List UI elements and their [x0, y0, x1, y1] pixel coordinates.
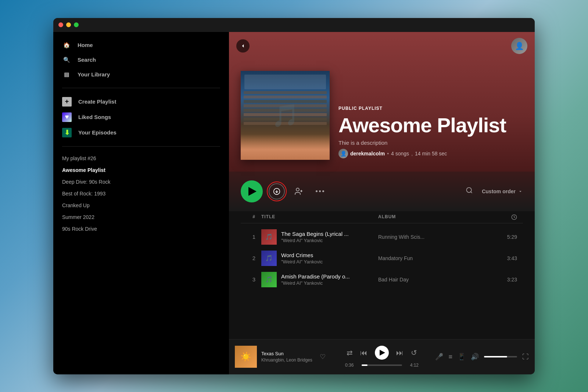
header-album: ALBUM — [378, 214, 495, 220]
track-duration: 3:43 — [495, 255, 517, 261]
tracks-table-header: # TITLE ALBUM — [241, 211, 523, 223]
header-num: # — [247, 214, 261, 220]
sidebar-item-create-playlist[interactable]: + Create Playlist — [53, 94, 229, 109]
liked-songs-label: Liked Songs — [78, 114, 111, 120]
track-album: Bad Hair Day — [378, 277, 495, 283]
playlist-item-1[interactable]: My playlist #26 — [53, 152, 229, 164]
maximize-button[interactable] — [74, 22, 79, 27]
current-time: 0:36 — [345, 363, 358, 368]
header-title: TITLE — [261, 214, 378, 220]
profile-avatar: 👤 — [511, 38, 527, 54]
play-pause-icon — [380, 350, 385, 356]
previous-button[interactable]: ⏮ — [360, 349, 368, 357]
main-scroll: 👤 — [229, 32, 535, 339]
track-thumbnail: 🎵 — [261, 272, 277, 287]
lyrics-button[interactable]: 🎤 — [435, 353, 443, 361]
track-text: The Saga Begins (Lyrical ... "Weird AI" … — [281, 231, 349, 243]
repeat-button[interactable]: ↺ — [411, 348, 417, 357]
your-episodes-label: Your Episodes — [78, 129, 116, 136]
sidebar-item-liked-songs[interactable]: ♥ Liked Songs — [53, 109, 229, 125]
sidebar-divider-2 — [62, 146, 220, 147]
track-number: 3 — [247, 276, 261, 283]
like-button[interactable]: ♡ — [320, 353, 326, 361]
playlist-item-4[interactable]: Best of Rock: 1993 — [53, 188, 229, 199]
playlist-controls: Custom order — [229, 172, 535, 211]
profile-button[interactable]: 👤 — [511, 38, 527, 54]
liked-songs-icon: ♥ — [62, 112, 72, 122]
table-row[interactable]: 3 🎵 Amish Paradise (Parody o... "Weird A… — [241, 269, 523, 290]
close-button[interactable] — [58, 22, 63, 27]
now-playing-text: Texas Sun Khruangbin, Leon Bridges — [261, 351, 312, 363]
header-duration — [495, 214, 517, 220]
create-playlist-label: Create Playlist — [78, 98, 116, 105]
back-button[interactable] — [236, 39, 250, 53]
owner-name: derekmalcolm — [350, 151, 385, 157]
svg-point-1 — [296, 188, 299, 191]
now-playing-thumbnail: ☀️ — [235, 346, 257, 368]
track-text: Amish Paradise (Parody o... "Weird AI" Y… — [281, 273, 350, 286]
now-playing-left: ☀️ Texas Sun Khruangbin, Leon Bridges ♡ — [235, 346, 345, 368]
playlist-description: Thie is a description — [338, 140, 523, 146]
playlist-item-2[interactable]: Awesome Playlist — [53, 164, 229, 176]
traffic-lights — [58, 22, 79, 27]
playlist-meta: 👤 derekmalcolm • 4 songs , 14 min 58 sec — [338, 149, 523, 158]
queue-button[interactable]: ≡ — [448, 353, 452, 361]
now-playing-artist: Khruangbin, Leon Bridges — [261, 357, 312, 363]
track-number: 1 — [247, 234, 261, 240]
table-row[interactable]: 1 🎵 The Saga Begins (Lyrical ... "Weird … — [241, 226, 523, 248]
shuffle-button[interactable]: ⇄ — [347, 348, 353, 357]
sidebar-item-home[interactable]: 🏠 Home — [53, 38, 229, 53]
track-info: 🎵 The Saga Begins (Lyrical ... "Weird AI… — [261, 229, 378, 245]
svg-point-4 — [467, 188, 472, 193]
app-body: 🏠 Home 🔍 Search ▤ Your Library + Create … — [53, 32, 535, 374]
table-row[interactable]: 2 🎵 Word Crimes "Weird AI" Yankovic Mand… — [241, 248, 523, 269]
devices-button[interactable]: 📱 — [458, 353, 466, 361]
playlist-item-3[interactable]: Deep Dive: 90s Rock — [53, 176, 229, 188]
progress-fill — [362, 364, 368, 366]
library-label: Your Library — [78, 71, 110, 78]
track-duration: 3:23 — [495, 277, 517, 283]
sidebar-item-search[interactable]: 🔍 Search — [53, 53, 229, 67]
playlist-item-7[interactable]: 90s Rock Drive — [53, 223, 229, 235]
more-options-button[interactable] — [313, 190, 327, 192]
now-playing-title: Texas Sun — [261, 351, 312, 356]
playlists-list: My playlist #26 Awesome Playlist Deep Di… — [53, 150, 229, 374]
your-episodes-icon: ⬇ — [62, 128, 72, 137]
next-button[interactable]: ⏭ — [396, 349, 404, 357]
sidebar-divider — [62, 88, 220, 88]
playlist-type-label: PUBLIC PLAYLIST — [338, 106, 523, 111]
sidebar-actions: + Create Playlist ♥ Liked Songs ⬇ Your E… — [53, 91, 229, 143]
search-icon: 🔍 — [62, 55, 71, 64]
download-button[interactable] — [269, 183, 285, 199]
track-duration: 5:29 — [495, 234, 517, 240]
track-number: 2 — [247, 255, 261, 261]
play-button[interactable] — [241, 180, 263, 202]
sidebar-item-library[interactable]: ▤ Your Library — [53, 67, 229, 82]
track-album: Mandatory Fun — [378, 255, 495, 261]
minimize-button[interactable] — [66, 22, 71, 27]
sidebar-item-your-episodes[interactable]: ⬇ Your Episodes — [53, 125, 229, 140]
playlist-header: 👤 — [229, 32, 535, 172]
playlist-item-5[interactable]: Cranked Up — [53, 199, 229, 211]
total-time: 4:12 — [406, 363, 419, 368]
home-label: Home — [78, 42, 93, 48]
fullscreen-button[interactable]: ⛶ — [522, 353, 529, 361]
sort-button[interactable]: Custom order — [482, 188, 523, 194]
progress-bar[interactable] — [362, 364, 402, 366]
track-thumbnail: 🎵 — [261, 251, 277, 266]
playlist-cover — [241, 71, 330, 160]
create-playlist-icon: + — [62, 97, 72, 107]
play-pause-button[interactable] — [375, 346, 389, 360]
track-thumbnail: 🎵 — [261, 229, 277, 245]
sidebar: 🏠 Home 🔍 Search ▤ Your Library + Create … — [53, 32, 229, 374]
playlist-item-6[interactable]: Summer 2022 — [53, 211, 229, 223]
track-album: Running With Scis... — [378, 234, 495, 240]
duration: 14 min 58 sec — [415, 151, 447, 157]
sidebar-nav: 🏠 Home 🔍 Search ▤ Your Library — [53, 32, 229, 85]
volume-slider[interactable] — [484, 356, 517, 357]
now-playing-bar: ☀️ Texas Sun Khruangbin, Leon Bridges ♡ … — [229, 339, 535, 374]
track-artist: "Weird AI" Yankovic — [281, 238, 349, 243]
search-tracks-button[interactable] — [466, 187, 473, 196]
now-playing-right: 🎤 ≡ 📱 🔊 ⛶ — [419, 353, 529, 361]
add-user-button[interactable] — [291, 183, 307, 199]
